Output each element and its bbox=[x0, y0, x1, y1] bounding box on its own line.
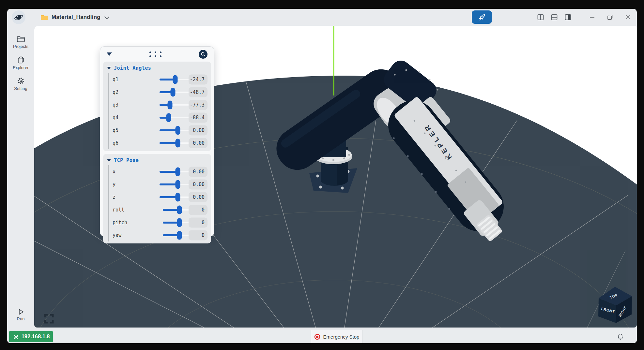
slider-rows: q1 -24.7 q2 -48.7 q3 -77.3 q4 -88.4 q5 bbox=[108, 73, 208, 149]
slider-value[interactable]: -48.7 bbox=[189, 87, 207, 97]
folder-icon bbox=[40, 14, 48, 21]
slider-rows: x 0.00 y 0.00 z 0.00 roll 0 pitch bbox=[108, 165, 208, 241]
slider-label: q5 bbox=[113, 127, 118, 133]
section-header[interactable]: TCP Pose bbox=[106, 156, 208, 165]
slider-value[interactable]: 0 bbox=[189, 205, 207, 215]
recenter-crosshair-icon[interactable] bbox=[43, 313, 55, 325]
app-logo bbox=[12, 10, 25, 24]
connection-badge[interactable]: 192.168.1.8 bbox=[9, 331, 53, 342]
slider-label: q4 bbox=[113, 115, 118, 121]
panel-sections: Joint Angles q1 -24.7 q2 -48.7 q3 -77.3 … bbox=[100, 62, 214, 243]
section-joint-angles: Joint Angles q1 -24.7 q2 -48.7 q3 -77.3 … bbox=[103, 62, 211, 151]
slider-label: q6 bbox=[113, 140, 118, 146]
slider-label: pitch bbox=[113, 220, 127, 226]
slider-row: y 0.00 bbox=[109, 178, 208, 191]
project-title: Material_Handling bbox=[52, 14, 100, 21]
slider-thumb[interactable] bbox=[177, 231, 182, 240]
notifications-button[interactable] bbox=[617, 330, 624, 343]
bell-icon bbox=[617, 333, 624, 340]
sidebar-label: Explorer bbox=[13, 65, 28, 70]
slider-value[interactable]: 0.00 bbox=[189, 167, 207, 177]
slider-label: x bbox=[113, 169, 115, 175]
planet-icon bbox=[14, 12, 23, 22]
titlebar: Material_Handling bbox=[7, 9, 637, 26]
connection-swap-icon bbox=[13, 334, 19, 340]
slider-value[interactable]: 0 bbox=[189, 230, 207, 240]
slider-value[interactable]: -77.3 bbox=[189, 100, 207, 110]
section-title: TCP Pose bbox=[114, 157, 139, 163]
dropdown-triangle-icon[interactable] bbox=[107, 52, 112, 56]
slider-label: q3 bbox=[113, 102, 118, 108]
slider-thumb[interactable] bbox=[177, 218, 182, 227]
emergency-stop-label: Emergency Stop bbox=[323, 334, 360, 340]
section-tcp-pose: TCP Pose x 0.00 y 0.00 z 0.00 roll bbox=[103, 154, 211, 243]
panel-header bbox=[100, 47, 214, 62]
slider-value[interactable]: 0 bbox=[189, 217, 207, 227]
minimize-icon[interactable] bbox=[589, 14, 596, 21]
slider-thumb[interactable] bbox=[176, 193, 180, 201]
slider-value[interactable]: 0.00 bbox=[189, 179, 207, 189]
slider-label: roll bbox=[113, 207, 124, 213]
play-icon bbox=[17, 308, 24, 315]
slider-thumb[interactable] bbox=[166, 113, 171, 122]
search-icon bbox=[201, 52, 206, 57]
ip-address: 192.168.1.8 bbox=[22, 334, 50, 340]
slider-thumb[interactable] bbox=[170, 88, 175, 96]
run-button[interactable]: Run bbox=[7, 305, 34, 324]
slider-row: z 0.00 bbox=[109, 191, 208, 203]
emergency-stop-icon bbox=[314, 334, 320, 340]
viewport-3d[interactable]: KEPLER bbox=[34, 26, 637, 328]
slider-thumb[interactable] bbox=[176, 139, 180, 147]
emergency-stop-button[interactable]: Emergency Stop bbox=[311, 330, 362, 343]
slider-thumb[interactable] bbox=[177, 205, 182, 214]
search-button[interactable] bbox=[199, 50, 207, 59]
slider-value[interactable]: 0.00 bbox=[189, 125, 207, 135]
slider-thumb[interactable] bbox=[167, 100, 172, 109]
split-rows-icon[interactable] bbox=[551, 14, 558, 21]
slider-value[interactable]: -24.7 bbox=[189, 74, 207, 84]
slider-row: pitch 0 bbox=[109, 216, 208, 229]
gear-icon bbox=[17, 77, 25, 85]
sidebar-item-setting[interactable]: Setting bbox=[7, 73, 34, 94]
slider-value[interactable]: 0.00 bbox=[189, 138, 207, 148]
launch-button[interactable] bbox=[472, 10, 492, 24]
vertical-axis-line bbox=[333, 26, 334, 95]
sidebar-item-explorer[interactable]: Explorer bbox=[7, 52, 34, 73]
slider-value[interactable]: -88.4 bbox=[189, 112, 207, 123]
slider-thumb[interactable] bbox=[176, 180, 180, 189]
slider-label: y bbox=[113, 182, 115, 187]
sidebar-label: Projects bbox=[13, 44, 28, 49]
folder-outline-icon bbox=[17, 36, 25, 43]
drag-handle-dots-icon[interactable] bbox=[149, 51, 161, 57]
rocket-icon bbox=[478, 13, 486, 22]
slider-label: q1 bbox=[113, 77, 118, 82]
slider-row: q2 -48.7 bbox=[109, 86, 208, 98]
slider-label: q2 bbox=[113, 89, 118, 95]
sidebar-right-icon[interactable] bbox=[564, 14, 572, 21]
slider-thumb[interactable] bbox=[176, 126, 180, 135]
split-columns-icon[interactable] bbox=[537, 14, 544, 21]
slider-label: yaw bbox=[113, 232, 121, 238]
section-header[interactable]: Joint Angles bbox=[106, 64, 208, 73]
slider-row: q3 -77.3 bbox=[109, 98, 208, 111]
copy-pages-icon bbox=[17, 56, 25, 64]
sidebar-item-projects[interactable]: Projects bbox=[7, 32, 34, 52]
close-icon[interactable] bbox=[624, 14, 632, 21]
slider-value[interactable]: 0.00 bbox=[189, 192, 207, 202]
sidebar: Projects Explorer Setting Run bbox=[7, 26, 34, 330]
app-window: Material_Handling bbox=[7, 9, 637, 343]
slider-thumb[interactable] bbox=[176, 167, 180, 176]
collapse-triangle-icon bbox=[107, 159, 111, 162]
slider-thumb[interactable] bbox=[173, 75, 178, 84]
restore-icon[interactable] bbox=[606, 14, 614, 21]
section-title: Joint Angles bbox=[114, 65, 151, 71]
window-controls bbox=[589, 9, 632, 26]
slider-row: q4 -88.4 bbox=[109, 111, 208, 124]
layout-controls bbox=[537, 9, 572, 26]
slider-row: x 0.00 bbox=[109, 165, 208, 178]
slider-row: q1 -24.7 bbox=[109, 73, 208, 86]
project-selector[interactable]: Material_Handling bbox=[40, 9, 108, 26]
run-label: Run bbox=[17, 316, 25, 321]
slider-row: yaw 0 bbox=[109, 229, 208, 241]
slider-label: z bbox=[113, 194, 115, 200]
